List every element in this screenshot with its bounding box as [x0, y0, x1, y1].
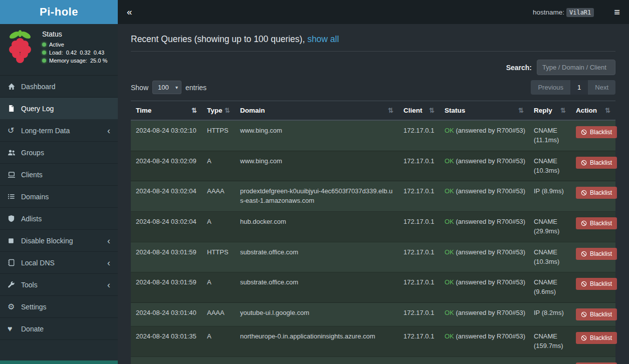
- cell-action: Blacklist: [571, 181, 615, 212]
- cell-domain: northeurope-0.in.applicationinsights.azu…: [235, 326, 398, 357]
- search-input[interactable]: [537, 60, 615, 75]
- column-header-status[interactable]: Status⇅: [440, 101, 529, 121]
- file-icon: [8, 105, 21, 112]
- pagination-current-page[interactable]: 1: [570, 80, 588, 95]
- cell-reply: CNAME (29.9ms): [529, 212, 571, 242]
- cell-reply: CNAME (11.1ms): [529, 120, 571, 151]
- blacklist-button-label: Blacklist: [590, 280, 612, 287]
- sidebar-item-label: Donate: [21, 325, 44, 333]
- pagination-next[interactable]: Next: [588, 80, 615, 95]
- chevron-left-icon: ‹: [107, 126, 110, 135]
- cell-reply: CNAME (10.3ms): [529, 151, 571, 181]
- cell-reply: CNAME (10.3ms): [529, 242, 571, 272]
- cell-type: A: [202, 212, 235, 242]
- table-row: 2024-08-24 03:01:59 HTTPS substrate.offi…: [131, 242, 615, 272]
- cell-client: 172.17.0.1: [398, 326, 440, 357]
- sidebar-item-groups[interactable]: Groups: [0, 142, 118, 164]
- sort-icon[interactable]: ⇅: [388, 107, 393, 114]
- sort-icon[interactable]: ⇅: [605, 107, 610, 114]
- sort-icon[interactable]: ⇅: [225, 107, 230, 114]
- sidebar-item-disable-blocking[interactable]: Disable Blocking ‹: [0, 230, 118, 252]
- status-active-label: Active: [49, 42, 64, 48]
- column-header-client[interactable]: Client⇅: [398, 101, 440, 121]
- cell-type: HTTPS: [202, 120, 235, 151]
- sort-icon[interactable]: ⇅: [429, 107, 435, 114]
- blacklist-button-label: Blacklist: [590, 159, 612, 166]
- sidebar-item-domains[interactable]: Domains: [0, 186, 118, 208]
- sidebar-item-query-log[interactable]: Query Log: [0, 98, 118, 120]
- cell-type: A: [202, 326, 235, 357]
- cell-domain: substrate.office.com: [235, 272, 398, 303]
- cell-domain: www.bing.com: [235, 120, 398, 151]
- cell-status: OK (answered by R700#53): [440, 181, 529, 212]
- ban-icon: [581, 190, 587, 196]
- blacklist-button-label: Blacklist: [590, 129, 612, 136]
- sort-icon[interactable]: ⇅: [518, 107, 524, 114]
- page-length-select[interactable]: 100: [152, 81, 181, 94]
- column-header-reply[interactable]: Reply⇅: [529, 101, 571, 121]
- pagination-previous[interactable]: Previous: [531, 80, 570, 95]
- sidebar-item-tools[interactable]: Tools ‹: [0, 274, 118, 296]
- brand-logo[interactable]: Pi-hole: [0, 0, 118, 24]
- hamburger-menu-icon[interactable]: ≡: [605, 7, 629, 18]
- blacklist-button[interactable]: Blacklist: [576, 126, 617, 138]
- cell-type: AAAA: [202, 303, 235, 326]
- blacklist-button[interactable]: Blacklist: [576, 187, 617, 199]
- cell-action: Blacklist: [571, 151, 615, 181]
- table-row: 2024-08-24 03:01:35 A northeurope-0.in.a…: [131, 326, 615, 357]
- blacklist-button[interactable]: Blacklist: [576, 278, 617, 290]
- cell-time: 2024-08-24 03:02:10: [131, 120, 202, 151]
- cell-status: OK (answered by R700#53): [440, 120, 529, 151]
- blacklist-button-label: Blacklist: [590, 311, 612, 318]
- table-controls: Show 100 ▾ entries Previous 1 Next: [131, 80, 615, 95]
- query-table-body: 2024-08-24 03:02:10 HTTPS www.bing.com 1…: [131, 120, 615, 364]
- table-row: 2024-08-24 03:01:59 A substrate.office.c…: [131, 272, 615, 303]
- column-header-type[interactable]: Type⇅: [202, 101, 235, 121]
- column-header-action[interactable]: Action⇅: [571, 101, 615, 121]
- cell-action: Blacklist: [571, 356, 615, 364]
- sidebar-item-label: Settings: [21, 303, 47, 311]
- blacklist-button-label: Blacklist: [590, 250, 612, 257]
- blacklist-button-label: Blacklist: [590, 220, 612, 227]
- blacklist-button[interactable]: Blacklist: [576, 217, 617, 229]
- cell-status: OK (answered by R700#53): [440, 326, 529, 357]
- ban-icon: [581, 311, 587, 317]
- page-title-text: Recent Queries (showing up to 100 querie…: [131, 34, 307, 44]
- sort-icon[interactable]: ⇅: [191, 107, 197, 114]
- ban-icon: [581, 220, 587, 226]
- sidebar-item-local-dns[interactable]: Local DNS ‹: [0, 252, 118, 274]
- sidebar-item-clients[interactable]: Clients: [0, 164, 118, 186]
- pihole-raspberry-logo: [4, 29, 37, 69]
- cell-client: 172.17.0.1: [398, 212, 440, 242]
- sidebar-item-adlists[interactable]: Adlists: [0, 208, 118, 230]
- sort-icon[interactable]: ⇅: [560, 107, 566, 114]
- pagination: Previous 1 Next: [531, 80, 615, 95]
- sidebar-item-donate[interactable]: ♥ Donate: [0, 318, 118, 340]
- cell-domain: www.bing.com: [235, 151, 398, 181]
- sidebar-collapse-icon[interactable]: «: [118, 7, 141, 18]
- blacklist-button[interactable]: Blacklist: [576, 308, 617, 320]
- blacklist-button[interactable]: Blacklist: [576, 332, 617, 344]
- cell-type: HTTPS: [202, 356, 235, 364]
- chevron-left-icon: ‹: [107, 236, 110, 245]
- cell-domain: hub.docker.com: [235, 212, 398, 242]
- status-memory-label: Memory usage: 25.0 %: [49, 58, 107, 64]
- cell-reply: CNAME (9.6ms): [529, 272, 571, 303]
- sidebar-item-settings[interactable]: ⚙ Settings: [0, 296, 118, 318]
- blacklist-button[interactable]: Blacklist: [576, 157, 617, 169]
- show-all-link[interactable]: show all: [307, 34, 339, 44]
- sidebar-item-label: Long-term Data: [21, 127, 70, 135]
- sidebar-item-dashboard[interactable]: Dashboard: [0, 76, 118, 98]
- cell-client: 172.17.0.1: [398, 151, 440, 181]
- ban-icon: [581, 281, 587, 287]
- cell-type: A: [202, 151, 235, 181]
- main-content: Recent Queries (showing up to 100 querie…: [118, 24, 629, 364]
- sidebar-user-panel: Status Active Load: 0.42 0.32 0.43 Memor…: [0, 24, 118, 76]
- cell-time: 2024-08-24 03:01:59: [131, 272, 202, 303]
- sidebar-item-long-term-data[interactable]: ↺ Long-term Data ‹: [0, 120, 118, 142]
- blacklist-button-label: Blacklist: [590, 334, 612, 341]
- hostname-value: VilaR1: [566, 8, 594, 17]
- column-header-domain[interactable]: Domain⇅: [235, 101, 398, 121]
- blacklist-button[interactable]: Blacklist: [576, 248, 617, 260]
- column-header-time[interactable]: Time⇅: [131, 101, 202, 121]
